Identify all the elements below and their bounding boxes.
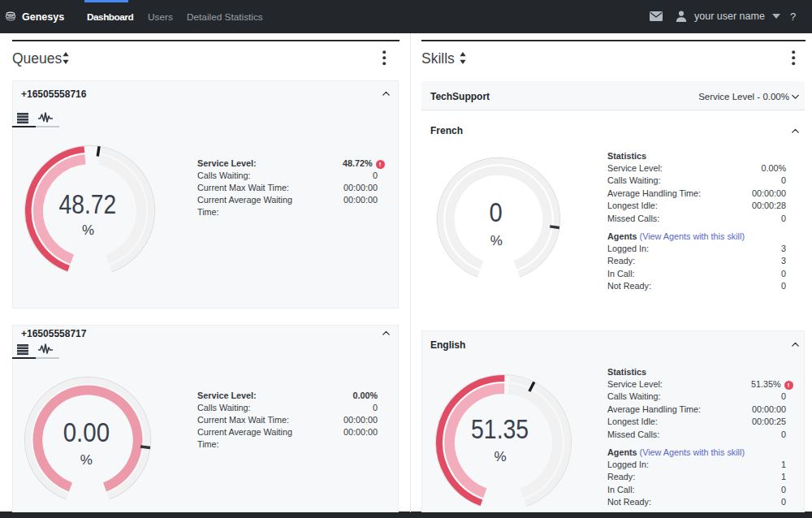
svg-text:%: %: [80, 452, 93, 468]
svg-text:0: 0: [489, 197, 502, 227]
svg-text:%: %: [81, 222, 93, 238]
svg-text:%: %: [490, 232, 502, 248]
svg-text:48.72: 48.72: [58, 190, 116, 219]
svg-text:%: %: [494, 448, 506, 464]
svg-text:0.00: 0.00: [63, 418, 110, 447]
svg-text:51.35: 51.35: [471, 414, 529, 443]
